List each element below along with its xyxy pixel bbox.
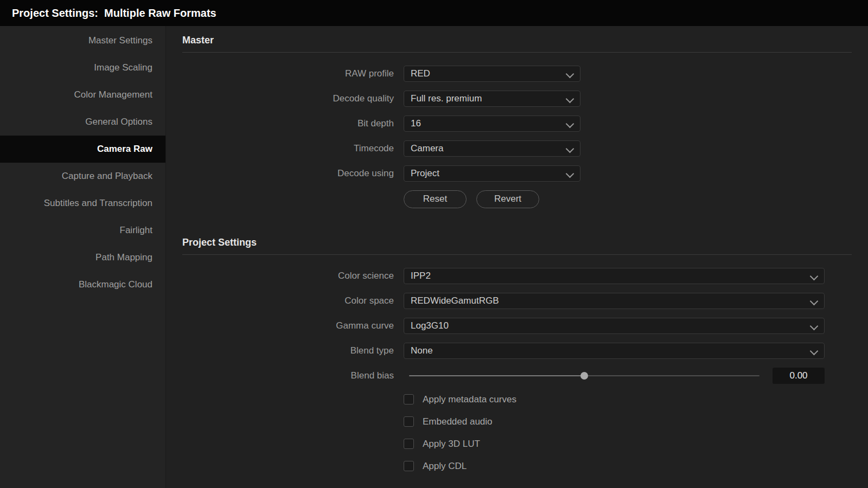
decode-quality-row: Decode quality Full res. premium xyxy=(182,86,852,111)
embedded-audio-label: Embedded audio xyxy=(423,416,493,427)
chevron-down-icon xyxy=(566,70,573,78)
blend-type-row: Blend type None xyxy=(182,338,852,363)
color-science-value: IPP2 xyxy=(411,271,431,281)
chevron-down-icon xyxy=(810,323,818,330)
color-space-label: Color space xyxy=(182,296,394,306)
sidebar-item-color-management[interactable]: Color Management xyxy=(0,81,165,108)
apply-3d-lut-label: Apply 3D LUT xyxy=(423,439,480,450)
chevron-down-icon xyxy=(566,170,573,177)
blend-type-label: Blend type xyxy=(182,345,394,356)
revert-button[interactable]: Revert xyxy=(476,190,539,208)
blend-bias-control: 0.00 xyxy=(404,368,825,384)
chevron-down-icon xyxy=(566,95,573,102)
sidebar-item-path-mapping[interactable]: Path Mapping xyxy=(0,244,165,271)
raw-profile-value: RED xyxy=(411,68,430,79)
sidebar-item-master-settings[interactable]: Master Settings xyxy=(0,27,165,54)
raw-profile-dropdown[interactable]: RED xyxy=(404,66,580,82)
project-settings-section-title: Project Settings xyxy=(182,236,852,249)
decode-using-row: Decode using Project xyxy=(182,161,852,186)
chevron-down-icon xyxy=(566,120,573,127)
apply-metadata-curves-checkbox[interactable] xyxy=(404,394,414,404)
timecode-dropdown[interactable]: Camera xyxy=(404,140,580,157)
sidebar-item-blackmagic-cloud[interactable]: Blackmagic Cloud xyxy=(0,271,165,298)
embedded-audio-checkbox[interactable] xyxy=(404,416,414,427)
blend-bias-slider[interactable] xyxy=(409,371,760,380)
blend-bias-label: Blend bias xyxy=(182,370,394,381)
decode-quality-value: Full res. premium xyxy=(411,93,482,104)
chevron-down-icon xyxy=(810,273,818,280)
chevron-down-icon xyxy=(566,145,573,152)
apply-metadata-curves-label: Apply metadata curves xyxy=(423,394,516,405)
sidebar-item-image-scaling[interactable]: Image Scaling xyxy=(0,54,165,81)
project-settings-section: Color science IPP2 Color space REDWideGa… xyxy=(182,254,852,481)
settings-window: Master Settings Image Scaling Color Mana… xyxy=(0,26,868,488)
apply-metadata-curves-row: Apply metadata curves xyxy=(182,388,852,410)
embedded-audio-row: Embedded audio xyxy=(182,410,852,433)
color-space-dropdown[interactable]: REDWideGamutRGB xyxy=(404,293,825,309)
timecode-row: Timecode Camera xyxy=(182,136,852,161)
apply-3d-lut-checkbox[interactable] xyxy=(404,439,414,449)
settings-sidebar: Master Settings Image Scaling Color Mana… xyxy=(0,26,166,488)
decode-using-label: Decode using xyxy=(182,168,394,179)
color-science-dropdown[interactable]: IPP2 xyxy=(404,268,825,284)
blend-bias-value[interactable]: 0.00 xyxy=(773,368,825,384)
master-section: RAW profile RED Decode quality Full res.… xyxy=(182,52,852,216)
blend-type-value: None xyxy=(411,345,433,356)
title-bar: Project Settings: Multiple Raw Formats xyxy=(0,0,868,26)
master-buttons-row: Reset Revert xyxy=(182,186,852,212)
sidebar-item-fairlight[interactable]: Fairlight xyxy=(0,217,165,244)
gamma-curve-row: Gamma curve Log3G10 xyxy=(182,313,852,338)
reset-button[interactable]: Reset xyxy=(404,190,467,208)
blend-bias-row: Blend bias 0.00 xyxy=(182,363,852,388)
window-title: Project Settings: Multiple Raw Formats xyxy=(12,7,216,20)
apply-cdl-checkbox[interactable] xyxy=(404,461,414,471)
decode-using-value: Project xyxy=(411,168,439,179)
apply-3d-lut-row: Apply 3D LUT xyxy=(182,433,852,455)
color-science-label: Color science xyxy=(182,271,394,281)
apply-cdl-row: Apply CDL xyxy=(182,455,852,477)
gamma-curve-value: Log3G10 xyxy=(411,320,449,331)
decode-using-dropdown[interactable]: Project xyxy=(404,165,580,182)
sidebar-item-subtitles-and-transcription[interactable]: Subtitles and Transcription xyxy=(0,190,165,217)
bit-depth-dropdown[interactable]: 16 xyxy=(404,115,580,132)
sidebar-item-camera-raw[interactable]: Camera Raw xyxy=(0,136,165,163)
master-section-title: Master xyxy=(182,34,852,47)
color-science-row: Color science IPP2 xyxy=(182,264,852,288)
bit-depth-value: 16 xyxy=(411,118,421,129)
raw-profile-row: RAW profile RED xyxy=(182,61,852,86)
bit-depth-label: Bit depth xyxy=(182,118,394,129)
blend-type-dropdown[interactable]: None xyxy=(404,343,825,359)
decode-quality-dropdown[interactable]: Full res. premium xyxy=(404,91,580,107)
gamma-curve-label: Gamma curve xyxy=(182,320,394,331)
timecode-label: Timecode xyxy=(182,143,394,154)
decode-quality-label: Decode quality xyxy=(182,93,394,104)
raw-profile-label: RAW profile xyxy=(182,68,394,79)
bit-depth-row: Bit depth 16 xyxy=(182,111,852,136)
color-space-row: Color space REDWideGamutRGB xyxy=(182,288,852,313)
apply-cdl-label: Apply CDL xyxy=(423,461,467,472)
sidebar-item-capture-and-playback[interactable]: Capture and Playback xyxy=(0,163,165,190)
camera-raw-panel: Master RAW profile RED Decode quality Fu… xyxy=(166,26,868,488)
timecode-value: Camera xyxy=(411,143,443,154)
blend-bias-handle[interactable] xyxy=(580,372,588,380)
gamma-curve-dropdown[interactable]: Log3G10 xyxy=(404,318,825,334)
sidebar-item-general-options[interactable]: General Options xyxy=(0,108,165,136)
color-space-value: REDWideGamutRGB xyxy=(411,296,499,306)
chevron-down-icon xyxy=(810,298,818,305)
chevron-down-icon xyxy=(810,348,818,355)
